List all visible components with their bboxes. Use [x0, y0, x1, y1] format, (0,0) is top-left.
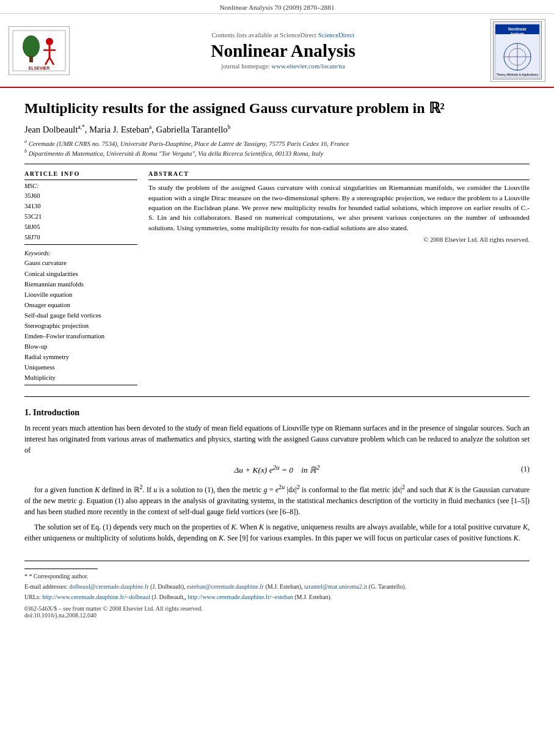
- svg-text:Analysis: Analysis: [511, 32, 525, 35]
- keyword-7: Stereographic projection: [24, 321, 137, 331]
- keyword-8: Emden–Fowler transformation: [24, 331, 137, 341]
- url2-link[interactable]: http://www.ceremade.dauphine.fr/~esteban: [188, 594, 293, 600]
- affil-a-sup: a: [24, 139, 27, 144]
- keyword-11: Uniqueness: [24, 362, 137, 373]
- article-info-header: Article Info: [24, 170, 137, 177]
- keyword-9: Blow-up: [24, 341, 137, 352]
- url1-person: (J. Dolbeault,: [151, 594, 184, 600]
- affiliation-b: b Dipartimento di Matematica, Università…: [24, 148, 530, 157]
- url-line: URLs: http://www.ceremade.dauphine.fr/~d…: [24, 592, 530, 602]
- introduction-body: In recent years much attention has been …: [24, 423, 530, 543]
- email2-link[interactable]: esteban@ceremade.dauphine.fr: [187, 583, 264, 590]
- abstract-paragraph: To study the problem of the assigned Gau…: [148, 183, 530, 233]
- author1-name: Jean Dolbeault: [24, 125, 78, 134]
- info-top-divider: [24, 180, 137, 180]
- svg-text:Theory, Methods & Applications: Theory, Methods & Applications: [497, 73, 539, 76]
- msc-label: MSC:: [24, 183, 137, 189]
- email1-link[interactable]: dolbeaul@ceremade.dauphine.fr: [69, 583, 148, 590]
- author3-name: , Gabriella Tarantello: [151, 125, 227, 134]
- email3-link[interactable]: tarantel@mat.uniroma2.it: [304, 583, 367, 590]
- journal-header: ELSEVIER Contents lists available at Sci…: [0, 14, 554, 88]
- citation-text: Nonlinear Analysis 70 (2009) 2870–2881: [219, 4, 334, 11]
- email2-person: (M.J. Esteban),: [265, 583, 302, 590]
- msc-code-2: 34130: [24, 201, 137, 211]
- header-divider: [24, 164, 530, 164]
- corresponding-star: *: [24, 573, 29, 580]
- abstract-text: To study the problem of the assigned Gau…: [148, 183, 530, 233]
- doi-text: doi:10.1016/j.na.2008.12.040: [24, 612, 97, 619]
- svg-point-1: [23, 35, 40, 57]
- paper-title-r2: ℝ²: [429, 100, 445, 116]
- corresponding-author-note: * * Corresponding author.: [24, 572, 530, 581]
- affiliations: a Ceremade (UMR CNRS no. 7534), Universi…: [24, 139, 530, 156]
- license-section: 0362-546X/$ – see front matter © 2008 El…: [24, 605, 530, 619]
- url2-person: (M.J. Esteban).: [294, 594, 332, 600]
- email3-person: (G. Tarantello).: [369, 583, 407, 590]
- corresponding-label: * Corresponding author.: [29, 573, 89, 580]
- abstract-column: Abstract To study the problem of the ass…: [148, 170, 530, 388]
- msc-code-3: 53C21: [24, 211, 137, 222]
- keyword-12: Multiplicity: [24, 373, 137, 383]
- msc-code-4: 58J05: [24, 222, 137, 232]
- email1-person: (J. Dolbeault),: [150, 583, 186, 590]
- footnotes: * * Corresponding author. E-mail address…: [24, 572, 530, 602]
- url1-link[interactable]: http://www.ceremade.dauphine.fr/~dolbeau…: [42, 594, 150, 600]
- svg-rect-2: [29, 56, 33, 62]
- section-title: 1. Introduction: [24, 408, 530, 418]
- eq1-delta: Δu + K(x) e2u = 0 in ℝ2: [234, 465, 319, 474]
- keyword-2: Conical singularities: [24, 269, 137, 279]
- homepage-label: journal homepage:: [221, 63, 270, 70]
- abstract-top-divider: [148, 180, 530, 180]
- svg-text:ELSEVIER: ELSEVIER: [29, 66, 50, 70]
- section-divider: [24, 396, 530, 397]
- affil-a-text: Ceremade (UMR CNRS no. 7534), Université…: [29, 140, 349, 147]
- keyword-3: Riemannian manifolds: [24, 279, 137, 289]
- keyword-5: Onsager equation: [24, 300, 137, 310]
- homepage-url[interactable]: www.elsevier.com/locate/na: [272, 63, 345, 70]
- journal-cover-image: Nonlinear Analysis Theory, Methods & App…: [493, 21, 542, 79]
- intro-para2: for a given function K defined in ℝ2. If…: [24, 482, 530, 517]
- section-title-text: Introduction: [33, 408, 79, 417]
- msc-code-1: 35J60: [24, 191, 137, 201]
- keyword-4: Liouville equation: [24, 289, 137, 300]
- article-info-column: Article Info MSC: 35J60 34130 53C21 58J0…: [24, 170, 137, 388]
- equation-1: Δu + K(x) e2u = 0 in ℝ2 (1): [24, 462, 530, 476]
- svg-text:Nonlinear: Nonlinear: [508, 27, 527, 31]
- citation-bar: Nonlinear Analysis 70 (2009) 2870–2881: [0, 0, 554, 14]
- keyword-1: Gauss curvature: [24, 258, 137, 268]
- msc-codes-list: 35J60 34130 53C21 58J05 58J70: [24, 191, 137, 242]
- abstract-header: Abstract: [148, 170, 530, 177]
- info-mid-divider: [24, 244, 137, 245]
- email-line: E-mail addresses: dolbeaul@ceremade.daup…: [24, 582, 530, 591]
- cover-svg: Nonlinear Analysis Theory, Methods & App…: [494, 23, 541, 78]
- main-content: Multiplicity results for the assigned Ga…: [0, 88, 554, 625]
- elsevier-logo: ELSEVIER: [9, 26, 70, 75]
- keywords-list: Gauss curvature Conical singularities Ri…: [24, 258, 137, 383]
- keywords-label: Keywords:: [24, 250, 137, 256]
- sciencedirect-line: Contents lists available at ScienceDirec…: [82, 32, 484, 38]
- sciencedirect-link[interactable]: ScienceDirect: [318, 32, 355, 38]
- journal-header-center: Contents lists available at ScienceDirec…: [82, 32, 484, 70]
- journal-cover-box: Nonlinear Analysis Theory, Methods & App…: [490, 19, 545, 82]
- svg-point-3: [46, 38, 53, 45]
- license-text: 0362-546X/$ – see front matter © 2008 El…: [24, 605, 203, 612]
- elsevier-logo-section: ELSEVIER: [9, 26, 76, 75]
- affil-b-text: Dipartimento di Matematica, Università d…: [29, 150, 324, 156]
- paper-title-text: Multiplicity results for the assigned Ga…: [24, 100, 429, 116]
- two-column-layout: Article Info MSC: 35J60 34130 53C21 58J0…: [24, 170, 530, 388]
- intro-para3: The solution set of Eq. (1) depends very…: [24, 522, 530, 543]
- msc-code-5: 58J70: [24, 232, 137, 242]
- svg-rect-0: [13, 31, 65, 71]
- copyright-text: © 2008 Elsevier Ltd. All rights reserved…: [148, 236, 530, 243]
- authors-line: Jean Dolbeaulta,*, Maria J. Estebana, Ga…: [24, 124, 530, 135]
- url-label: URLs:: [24, 594, 41, 600]
- journal-title: Nonlinear Analysis: [82, 41, 484, 61]
- footer-section: * * Corresponding author. E-mail address…: [24, 561, 530, 619]
- info-bottom-divider: [24, 385, 137, 385]
- section-num: 1.: [24, 408, 31, 417]
- author1-sup: a,*: [78, 124, 85, 130]
- homepage-line: journal homepage: www.elsevier.com/locat…: [82, 63, 484, 70]
- sciencedirect-prefix: Contents lists available at ScienceDirec…: [211, 32, 316, 38]
- keyword-10: Radial symmetry: [24, 352, 137, 362]
- introduction-section: 1. Introduction In recent years much att…: [24, 408, 530, 543]
